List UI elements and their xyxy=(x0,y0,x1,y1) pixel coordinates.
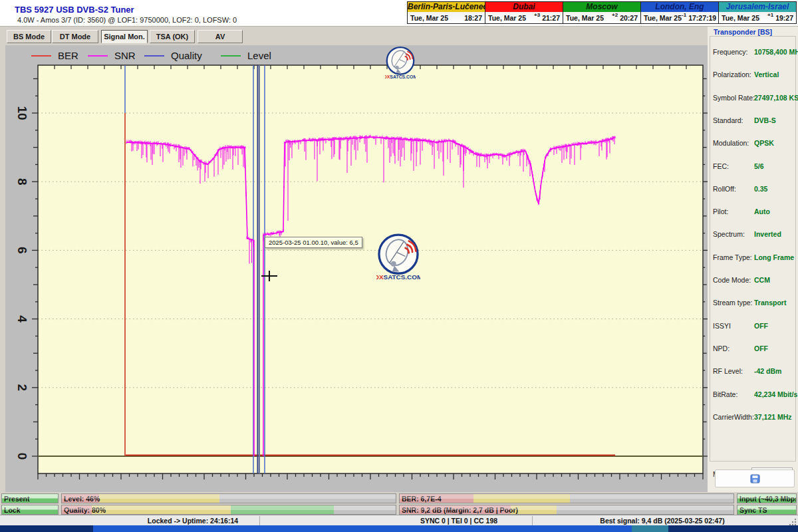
field-value: DVB-S xyxy=(754,116,776,124)
transponder-subtitle: 4.0W - Amos 3/7 (ID: 3560) @ LOF1: 97500… xyxy=(17,16,237,24)
field-value: CCM xyxy=(754,276,770,284)
tab-bar: BS ModeDT ModeSignal Mon.TSA (OK)AV (Sto… xyxy=(0,27,798,45)
svg-text:SNR: SNR xyxy=(114,50,136,61)
tab-signal-mon[interactable]: Signal Mon. xyxy=(101,30,148,43)
status-sync-counters: SYNC 0 | TEI 0 | CC 198 xyxy=(420,517,497,525)
field-value: Vertical xyxy=(754,70,779,78)
present-bar: Present xyxy=(1,493,59,503)
status-bar: Locked -> Uptime: 24:16:14 SYNC 0 | TEI … xyxy=(0,515,798,525)
transponder-row: Spectrum:Inverted xyxy=(713,230,794,239)
clock-date: Tue, Mar 25 xyxy=(488,14,534,22)
field-value: Auto xyxy=(754,207,770,215)
svg-text:8: 8 xyxy=(15,178,29,186)
field-value: QPSK xyxy=(754,139,774,147)
syncts-bar-label: Sync TS xyxy=(739,506,767,514)
transponder-row: Code Mode:CCM xyxy=(713,276,794,285)
save-icon xyxy=(750,474,760,483)
svg-text:Level: Level xyxy=(247,50,271,61)
snr-bar-label: SNR: 9,2 dB (Margin: 2,7 dB | Poor) xyxy=(402,506,518,514)
clock-1: Berlin-Paris-LučenecTue, Mar 2518:27 xyxy=(408,2,485,23)
clock-utc-offset: -1 xyxy=(682,12,686,18)
field-label: CarrierWidth: xyxy=(713,413,754,421)
svg-text:4: 4 xyxy=(15,315,29,323)
statusbar-divider xyxy=(532,516,533,525)
clock-time: 20:27 xyxy=(620,14,638,22)
field-value: -42 dBm xyxy=(754,367,781,375)
field-label: Frame Type: xyxy=(713,253,752,261)
statusbar-divider xyxy=(259,516,260,525)
level-bar-label: Level: 46% xyxy=(64,495,100,503)
clock-time: 19:27 xyxy=(775,14,793,22)
window-header: TBS 5927 USB DVB-S2 Tuner 4.0W - Amos 3/… xyxy=(0,0,798,27)
lock-bar: Lock xyxy=(1,505,59,515)
field-value: 37,121 MHz xyxy=(754,413,792,421)
clock-3: MoscowTue, Mar 25+220:27 xyxy=(563,2,641,23)
clock-time-row: Tue, Mar 25-117:27:19 xyxy=(641,12,718,23)
transponder-row: Frame Type:Long Frame xyxy=(713,253,794,263)
clock-date: Tue, Mar 25 xyxy=(644,14,682,22)
resize-grip[interactable] xyxy=(789,517,797,525)
dxsatcs-logo-small xyxy=(385,46,416,80)
field-label: Code Mode: xyxy=(713,276,751,284)
field-value: Transport xyxy=(754,299,786,307)
svg-text:10: 10 xyxy=(15,106,29,120)
field-label: Modulation: xyxy=(713,139,749,147)
transponder-row: FEC:5/6 xyxy=(713,162,794,172)
ber-bar-label: BER: 6,7E-4 xyxy=(402,495,442,503)
clock-city-label: Jerusalem-Israel xyxy=(719,2,796,12)
clock-time: 17:27:19 xyxy=(688,14,716,22)
tab-tsa-ok[interactable]: TSA (OK) xyxy=(150,30,195,43)
field-label: NPD: xyxy=(713,344,730,352)
signal-indicator-bars: PresentLevel: 46%BER: 6,7E-4Input (~40,3… xyxy=(0,492,798,515)
field-label: Spectrum: xyxy=(713,230,745,238)
input-bar-label: Input (~40,3 Mbps) xyxy=(739,495,797,503)
clock-city-label: Berlin-Paris-Lučenec xyxy=(408,2,485,12)
ber-bar: BER: 6,7E-4 xyxy=(399,493,734,503)
quality-bar-label: Quality: 80% xyxy=(64,506,106,514)
transponder-row: Modulation:QPSK xyxy=(713,139,794,148)
svg-text:0: 0 xyxy=(15,453,29,460)
transponder-row: Symbol Rate:27497,108 KS/s xyxy=(713,94,794,103)
field-value: 0.35 xyxy=(754,185,767,193)
status-best-signal: Best signal: 9,4 dB (2025-03-25 02:47) xyxy=(600,517,724,525)
clock-2: DubaiTue, Mar 25+321:27 xyxy=(485,2,563,23)
tab-dt-mode[interactable]: DT Mode xyxy=(52,30,98,43)
field-label: Standard: xyxy=(713,116,743,124)
crosshair-cursor-v xyxy=(269,271,270,281)
field-value: 42,234 Mbit/s xyxy=(754,390,797,398)
transponder-row: RollOff:0.35 xyxy=(713,185,794,194)
tab-av-stopped[interactable]: AV (Stopped) xyxy=(198,30,243,43)
clock-time: 21:27 xyxy=(542,14,560,22)
save-button[interactable] xyxy=(715,469,795,487)
tuner-app-window: TBS 5927 USB DVB-S2 Tuner 4.0W - Amos 3/… xyxy=(0,0,798,532)
clock-date: Tue, Mar 25 xyxy=(722,14,767,22)
field-value: OFF xyxy=(754,322,768,330)
transponder-row: Frequency:10758,400 MHz xyxy=(713,48,794,57)
field-label: Frequency: xyxy=(713,48,748,56)
clock-time-row: Tue, Mar 2518:27 xyxy=(408,12,485,23)
taskbar-segment xyxy=(93,525,632,532)
field-label: Polarization: xyxy=(713,70,751,78)
lock-bar-label: Lock xyxy=(4,506,21,514)
chart-plot[interactable]: BERSNRQualityLevel0246810 xyxy=(5,45,708,492)
field-label: Pilot: xyxy=(713,207,728,215)
field-value: 27497,108 KS/s xyxy=(754,94,798,102)
field-value: OFF xyxy=(754,344,768,352)
svg-text:Quality: Quality xyxy=(171,50,202,61)
field-label: Symbol Rate: xyxy=(713,94,755,102)
transponder-panel: Transponder [BS] Frequency:10758,400 MHz… xyxy=(708,27,798,492)
field-value: 10758,400 MHz xyxy=(754,48,798,56)
taskbar-segment xyxy=(632,525,668,532)
transponder-groupbox-title: Transponder [BS] xyxy=(712,28,774,36)
field-label: ISSYI xyxy=(713,322,731,330)
transponder-row: CarrierWidth:37,121 MHz xyxy=(713,413,794,422)
chart-tooltip: 2025-03-25 01.00.10, value: 6,5 xyxy=(265,237,362,248)
tab-bs-mode[interactable]: BS Mode xyxy=(7,30,51,43)
quality-bar: Quality: 80% xyxy=(61,505,396,515)
field-label: RollOff: xyxy=(713,185,736,193)
clock-city-label: Dubai xyxy=(485,2,563,12)
clock-city-label: London, Eng xyxy=(641,2,718,12)
present-bar-label: Present xyxy=(4,495,30,503)
signal-monitor-chart[interactable]: BERSNRQualityLevel0246810 xyxy=(5,45,708,492)
input-bar: Input (~40,3 Mbps) xyxy=(737,493,797,503)
